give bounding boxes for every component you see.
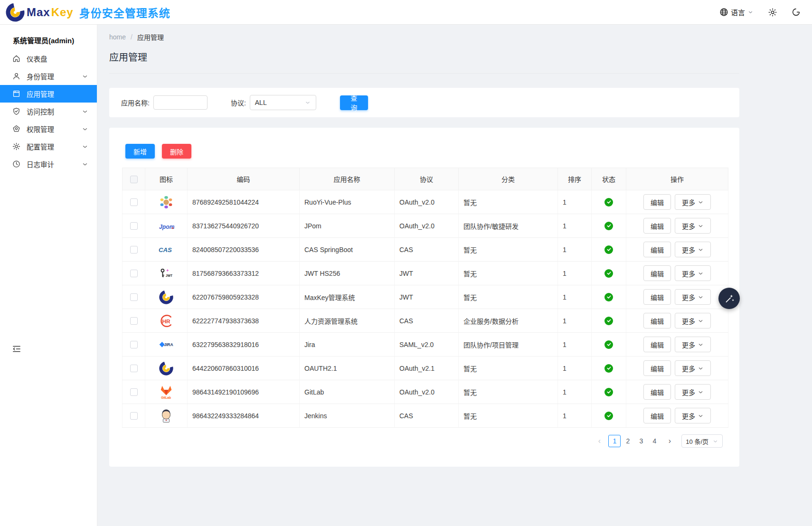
page-button-3[interactable]: 3 [635, 435, 647, 447]
jenkins-logo [158, 408, 174, 424]
edit-button[interactable]: 编辑 [643, 194, 671, 210]
app-name: 人力资源管理系统 [300, 309, 395, 333]
sidebar-item-label: 配置管理 [27, 141, 82, 151]
app-protocol: JWT [395, 285, 459, 309]
app-sort: 1 [558, 357, 592, 380]
column-header: 操作 [626, 168, 728, 190]
column-header: 图标 [145, 168, 188, 190]
logout-button[interactable] [792, 8, 801, 17]
delete-button[interactable]: 删除 [162, 144, 191, 159]
sidebar-item-2[interactable]: 身份管理 [0, 67, 97, 85]
edit-button[interactable]: 编辑 [643, 360, 671, 376]
page-button-2[interactable]: 2 [622, 435, 634, 447]
edit-button[interactable]: 编辑 [643, 242, 671, 257]
row-checkbox[interactable] [130, 293, 138, 301]
language-menu[interactable]: 语言 [719, 7, 754, 17]
more-button[interactable]: 更多 [675, 218, 711, 234]
app-category: 团队协作/项目管理 [459, 333, 558, 357]
edit-button[interactable]: 编辑 [643, 218, 671, 234]
breadcrumb-home[interactable]: home [109, 33, 126, 41]
sidebar-item-5[interactable]: 权限管理 [0, 120, 97, 138]
row-checkbox[interactable] [130, 246, 138, 254]
app-protocol: CAS [395, 309, 459, 333]
app-name: Jenkins [300, 404, 395, 428]
edit-button[interactable]: 编辑 [643, 384, 671, 400]
sidebar-item-4[interactable]: 访问控制 [0, 103, 97, 120]
row-checkbox[interactable] [130, 388, 138, 396]
app-sort: 1 [558, 214, 592, 238]
app-title: 身份安全管理系统 [79, 4, 170, 20]
row-checkbox[interactable] [130, 222, 138, 230]
chevron-down-icon [82, 161, 88, 168]
brand-text-key: Key [51, 6, 74, 19]
app-name: Jira [300, 333, 395, 357]
more-button[interactable]: 更多 [675, 313, 711, 329]
table-row: JWT 817568793663373312 JWT HS256 JWT 暂无 … [123, 262, 728, 285]
app-name-input[interactable] [153, 95, 208, 110]
row-checkbox[interactable] [130, 317, 138, 325]
table-row: 876892492581044224 RuoYi-Vue-Plus OAuth_… [123, 190, 728, 214]
protocol-select[interactable]: ALL [250, 95, 316, 110]
shield-icon [12, 107, 20, 115]
row-checkbox[interactable] [130, 412, 138, 420]
edit-button[interactable]: 编辑 [643, 408, 671, 423]
page-button-1[interactable]: 1 [608, 435, 621, 447]
more-button[interactable]: 更多 [675, 337, 711, 352]
select-all-checkbox[interactable] [130, 176, 138, 183]
table-row: 986432249333284864 Jenkins CAS 暂无 1 编辑 更… [123, 404, 728, 428]
pagination: ‹ 1234 › 10 条/页 [122, 434, 727, 448]
more-button[interactable]: 更多 [675, 265, 711, 281]
page-button-4[interactable]: 4 [648, 435, 661, 447]
status-enabled-icon [604, 293, 613, 301]
edit-button[interactable]: 编辑 [643, 265, 671, 281]
chevron-down-icon [698, 270, 704, 276]
breadcrumb-current: 应用管理 [137, 32, 164, 42]
floating-tool-button[interactable] [718, 288, 740, 309]
chevron-down-icon [82, 126, 88, 132]
row-checkbox[interactable] [130, 198, 138, 206]
sidebar-item-1[interactable]: 仪表盘 [0, 50, 97, 67]
more-button[interactable]: 更多 [675, 242, 711, 257]
jwt-logo: JWT [158, 265, 174, 282]
edit-button[interactable]: 编辑 [643, 313, 671, 329]
more-button[interactable]: 更多 [675, 408, 711, 423]
app-category: 暂无 [459, 190, 558, 214]
maxkey-logo-icon [5, 2, 26, 23]
sidebar: 系统管理员(admin) 仪表盘身份管理应用管理访问控制权限管理配置管理日志审计 [0, 25, 97, 526]
edit-button[interactable]: 编辑 [643, 337, 671, 352]
next-page-button[interactable]: › [665, 435, 674, 447]
chevron-down-icon [698, 223, 704, 229]
chevron-down-icon [698, 389, 704, 395]
more-button[interactable]: 更多 [675, 194, 711, 210]
add-button[interactable]: 新增 [125, 144, 155, 159]
sidebar-item-6[interactable]: 配置管理 [0, 138, 97, 155]
cas-logo: CAS [158, 242, 174, 258]
row-checkbox[interactable] [130, 270, 138, 277]
app-code: 824008507220033536 [188, 238, 300, 262]
chevron-down-icon [82, 108, 88, 115]
row-checkbox[interactable] [130, 341, 138, 348]
settings-button[interactable] [768, 8, 777, 17]
more-button[interactable]: 更多 [675, 289, 711, 305]
app-category: 暂无 [459, 404, 558, 428]
sidebar-item-7[interactable]: 日志审计 [0, 155, 97, 173]
search-button[interactable]: 查询 [340, 95, 368, 110]
collapse-sidebar-button[interactable] [11, 344, 22, 354]
sidebar-item-label: 应用管理 [27, 89, 88, 99]
app-code: 644220607860310016 [188, 357, 300, 380]
more-button[interactable]: 更多 [675, 384, 711, 400]
home-icon [12, 55, 20, 63]
more-button[interactable]: 更多 [675, 360, 711, 376]
chevron-down-icon [698, 365, 704, 371]
row-checkbox[interactable] [130, 365, 138, 372]
app-code: 986431492190109696 [188, 380, 300, 404]
page-size-select[interactable]: 10 条/页 [681, 434, 723, 448]
edit-button[interactable]: 编辑 [643, 289, 671, 305]
jpom-logo: Jpom [158, 218, 174, 234]
table-row: Jpom 837136275440926720 JPom OAuth_v2.0 … [123, 214, 728, 238]
sidebar-item-3[interactable]: 应用管理 [0, 85, 97, 103]
brand-text-max: Max [27, 6, 50, 19]
status-enabled-icon [604, 222, 613, 230]
svg-text:GitLab: GitLab [161, 396, 171, 399]
prev-page-button[interactable]: ‹ [595, 435, 604, 447]
